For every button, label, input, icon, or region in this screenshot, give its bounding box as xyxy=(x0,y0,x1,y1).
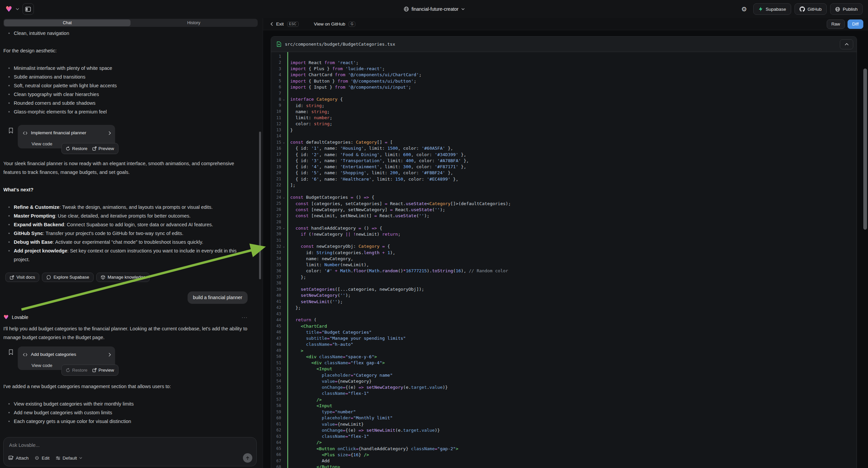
list-item: Subtle animations and transitions xyxy=(3,72,248,81)
code-line: 63 className="flex-1" xyxy=(271,433,857,439)
attach-button[interactable]: Attach xyxy=(8,456,29,461)
visit-docs-button[interactable]: Visit docs xyxy=(5,273,39,282)
version-card-add-budget-categories[interactable]: Add budget categories View code Restore … xyxy=(18,347,115,370)
code-line: 23 xyxy=(271,188,857,195)
list-item: Minimalist interface with plenty of whit… xyxy=(3,64,248,72)
code-line: 51 <div className="flex gap-4"> xyxy=(271,360,857,366)
tab-chat[interactable]: Chat xyxy=(4,20,130,26)
code-lines: 12import React from 'react';3import { Pl… xyxy=(271,53,857,468)
code-line: 57 /> xyxy=(271,397,857,403)
sidebar-toggle-button[interactable] xyxy=(23,3,34,15)
supabase-icon xyxy=(758,6,763,12)
list-item: GitHub Sync: Transfer your project's cod… xyxy=(3,229,248,238)
chat-panel: Chat History Clean, intuitive navigation… xyxy=(0,18,263,468)
image-icon xyxy=(8,456,13,460)
publish-button[interactable]: Publish xyxy=(830,3,863,15)
code-line: 46 title="Budget Categories" xyxy=(271,329,857,335)
exit-button[interactable]: Exit xyxy=(276,22,284,27)
code-line: 8⌄interface Category { xyxy=(271,96,857,103)
visit-docs-label: Visit docs xyxy=(17,273,35,282)
code-toolbar: Exit ESC View on GitHub G Raw Diff xyxy=(263,18,868,30)
explore-supabase-label: Explore Supabase xyxy=(53,273,89,282)
edit-button[interactable]: Edit xyxy=(35,456,49,461)
code-line: 28 xyxy=(271,219,857,225)
code-line: 50 <div className="space-y-6"> xyxy=(271,353,857,359)
user-message-row: build a financial planner xyxy=(3,291,248,304)
code-editor[interactable]: 12import React from 'react';3import { Pl… xyxy=(271,52,857,468)
message-menu-button[interactable]: ··· xyxy=(242,313,248,322)
code-line: 9 id: string; xyxy=(271,103,857,109)
target-icon xyxy=(35,456,39,460)
chevron-up-icon xyxy=(845,43,848,45)
code-line: 53 placeholder="Category name" xyxy=(271,372,857,378)
design-bullet-list: Minimalist interface with plenty of whit… xyxy=(3,64,248,116)
project-switcher[interactable]: financial-future-creator xyxy=(403,0,464,18)
code-icon xyxy=(23,352,28,357)
lovable-logo-icon[interactable]: ♥ xyxy=(5,5,12,13)
code-line: 40 setNewCategory(''); xyxy=(271,292,857,298)
list-item: Add project knowledge: Set key context o… xyxy=(3,246,248,264)
code-line: 10 name: string; xyxy=(271,109,857,115)
code-line: 62 onChange={(e) => setNewLimit(e.target… xyxy=(271,427,857,433)
preview-button[interactable]: Preview xyxy=(92,366,114,375)
external-link-icon xyxy=(92,368,97,372)
bookmark-icon[interactable] xyxy=(8,349,13,370)
explore-supabase-button[interactable]: Explore Supabase xyxy=(42,273,93,282)
suggestion-buttons: Visit docs Explore Supabase Manage knowl… xyxy=(5,273,248,282)
code-line: 58 <Input xyxy=(271,403,857,409)
code-line: 27 const [newLimit, setNewLimit] = React… xyxy=(271,213,857,219)
code-panel: Exit ESC View on GitHub G Raw Diff src/c… xyxy=(263,18,868,468)
publish-label: Publish xyxy=(843,7,858,12)
diff-toggle-button[interactable]: Diff xyxy=(847,20,863,29)
user-message-bubble: build a financial planner xyxy=(188,291,248,304)
restore-button[interactable]: Restore xyxy=(66,144,88,153)
chat-history-tabs: Chat History xyxy=(3,19,258,27)
view-on-github-link[interactable]: View on GitHub xyxy=(314,22,346,27)
restore-label: Restore xyxy=(72,366,88,375)
chevron-down-icon[interactable] xyxy=(16,8,19,10)
send-button[interactable] xyxy=(243,453,252,463)
mode-selector[interactable]: Default xyxy=(56,456,83,461)
file-header[interactable]: src/components/budget/BudgetCategories.t… xyxy=(271,37,857,52)
code-line: 32⌄ const newCategoryObj: Category = { xyxy=(271,243,857,250)
code-line: 2import React from 'react'; xyxy=(271,59,857,65)
preview-button[interactable]: Preview xyxy=(92,144,114,153)
chevron-right-icon xyxy=(109,353,111,356)
chat-scrollbar[interactable] xyxy=(259,131,261,279)
code-line: 19 { id: '4', name: 'Entertainment', lim… xyxy=(271,164,857,170)
manage-knowledge-button[interactable]: Manage knowledge xyxy=(96,273,150,282)
code-line: 60 placeholder="Monthly limit" xyxy=(271,415,857,421)
version-card-implement-financial-planner[interactable]: Implement financial planner View code Re… xyxy=(18,125,115,148)
restore-label: Restore xyxy=(72,144,88,153)
version-title: Implement financial planner xyxy=(31,128,105,137)
code-line: 36 color: '#' + Math.floor(Math.random()… xyxy=(271,268,857,274)
prompt-input[interactable] xyxy=(9,442,252,448)
panel-icon xyxy=(25,7,31,12)
code-line: 5import { Button } from '@/components/ui… xyxy=(271,78,857,84)
assistant-name: Lovable xyxy=(12,313,239,322)
code-line: 6import { Input } from '@/components/ui/… xyxy=(271,84,857,90)
file-added-icon xyxy=(276,41,281,47)
bookmark-icon[interactable] xyxy=(8,127,13,148)
settings-button[interactable]: ⚙ xyxy=(739,3,750,15)
tab-history[interactable]: History xyxy=(130,20,257,26)
restore-button[interactable]: Restore xyxy=(66,366,88,375)
whats-next-heading: What's next? xyxy=(3,185,248,194)
assistant-header: ♥ Lovable ··· xyxy=(3,313,248,322)
list-item: Each category gets a unique color for vi… xyxy=(3,417,248,426)
code-line: 22]; xyxy=(271,182,857,188)
code-line: 37 }; xyxy=(271,274,857,280)
next-steps-list: Refine & Customize: Tweak the design, an… xyxy=(3,203,248,264)
version-row-1: Implement financial planner View code Re… xyxy=(8,125,248,148)
raw-toggle-button[interactable]: Raw xyxy=(827,20,845,29)
collapse-file-button[interactable] xyxy=(840,39,853,49)
github-button[interactable]: GitHub xyxy=(795,3,827,15)
list-item: Soft, neutral color palette with light b… xyxy=(3,81,248,90)
supabase-button[interactable]: Supabase xyxy=(753,3,791,15)
project-name: financial-future-creator xyxy=(411,6,458,12)
assistant-paragraph: I'll help you add budget categories to t… xyxy=(3,324,248,342)
list-item: Refine & Customize: Tweak the design, an… xyxy=(3,203,248,211)
code-scrollbar[interactable] xyxy=(863,68,867,230)
code-line: 20 { id: '5', name: 'Shopping', limit: 2… xyxy=(271,170,857,176)
manage-knowledge-label: Manage knowledge xyxy=(108,273,146,282)
